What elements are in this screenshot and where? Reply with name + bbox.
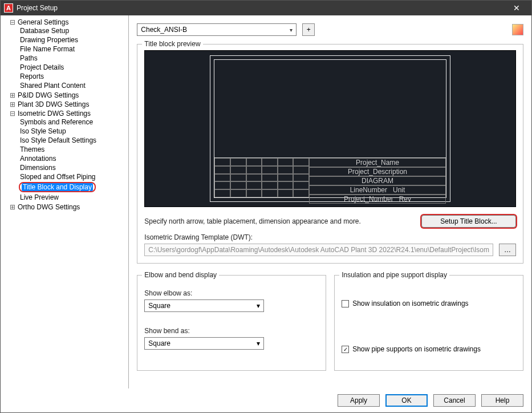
tree-themes[interactable]: Themes [19, 145, 46, 153]
tree-plant3d-settings[interactable]: Plant 3D DWG Settings [17, 100, 90, 108]
collapse-icon[interactable]: ⊟ [10, 110, 15, 118]
insulation-legend: Insulation and pipe support display [339, 271, 449, 279]
tree-pid-settings[interactable]: P&ID DWG Settings [17, 91, 80, 99]
tree-database-setup[interactable]: Database Setup [19, 27, 70, 35]
project-setup-dialog: A Project Setup ✕ ⊟General Settings Data… [0, 0, 532, 413]
tb-unit: Unit [393, 186, 405, 194]
window-title: Project Setup [17, 4, 505, 12]
setup-title-block-button[interactable]: Setup Title Block... [421, 215, 516, 228]
tree-live-preview[interactable]: Live Preview [19, 193, 60, 201]
expand-icon[interactable]: ⊞ [10, 203, 15, 211]
chevron-down-icon: ▾ [257, 339, 260, 347]
add-style-button[interactable]: + [302, 23, 315, 36]
preview-legend: Title block preview [142, 40, 202, 48]
tree-general-settings[interactable]: General Settings [17, 18, 70, 26]
show-pipe-supports-checkbox[interactable]: ✓ [342, 346, 349, 353]
tree-title-block-display[interactable]: Title Block and Display [22, 183, 93, 191]
cancel-button[interactable]: Cancel [433, 394, 476, 407]
settings-tree[interactable]: ⊟General Settings Database Setup Drawing… [1, 15, 129, 388]
collapse-icon[interactable]: ⊟ [10, 18, 15, 26]
tb-project-name: Project_Name [356, 159, 399, 167]
apply-button[interactable]: Apply [338, 394, 380, 407]
app-icon: A [4, 3, 13, 13]
show-elbow-label: Show elbow as: [144, 289, 319, 297]
close-icon[interactable]: ✕ [505, 3, 528, 13]
tree-reports[interactable]: Reports [19, 72, 45, 80]
iso-style-value: Check_ANSI-B [141, 26, 187, 34]
tree-paths[interactable]: Paths [19, 54, 39, 62]
tree-title-block-display-highlight: Title Block and Display [19, 182, 96, 192]
tree-iso-style-default[interactable]: Iso Style Default Settings [19, 136, 98, 144]
iso-style-combo[interactable]: Check_ANSI-B ▾ [137, 23, 297, 36]
show-insulation-label: Show insulation on isometric drawings [352, 299, 468, 307]
spec-text: Specify north arrow, table placement, di… [144, 217, 421, 225]
tb-diagram: DIAGRAM [362, 177, 393, 185]
title-block-preview: Project_Name Project_Description DIAGRAM… [144, 50, 516, 207]
chart-icon[interactable] [512, 24, 523, 35]
tree-shared-plant-content[interactable]: Shared Plant Content [19, 82, 87, 90]
tree-dimensions[interactable]: Dimensions [19, 164, 57, 172]
tree-iso-style-setup[interactable]: Iso Style Setup [19, 127, 67, 135]
show-bend-select[interactable]: Square▾ [144, 337, 264, 350]
elbow-legend: Elbow and bend display [142, 271, 219, 279]
tree-sloped-offset[interactable]: Sloped and Offset Piping [19, 173, 97, 181]
plus-icon: + [307, 26, 311, 34]
help-button[interactable]: Help [481, 394, 523, 407]
elbow-bend-group: Elbow and bend display Show elbow as: Sq… [137, 275, 326, 371]
show-elbow-select[interactable]: Square▾ [144, 299, 264, 312]
dwt-path-input[interactable]: C:\Users\gordogf\AppData\Roaming\Autodes… [144, 244, 493, 256]
tree-ortho-settings[interactable]: Ortho DWG Settings [17, 203, 81, 211]
insulation-support-group: Insulation and pipe support display Show… [334, 275, 523, 371]
tree-drawing-properties[interactable]: Drawing Properties [19, 36, 79, 44]
tb-project-desc: Project_Description [348, 168, 407, 176]
chevron-down-icon: ▾ [290, 27, 293, 33]
ellipsis-icon: … [504, 246, 511, 254]
ok-button[interactable]: OK [385, 394, 428, 407]
dwt-label: Isometric Drawing Template (DWT): [144, 233, 516, 241]
titlebar: A Project Setup ✕ [1, 1, 531, 15]
browse-button[interactable]: … [499, 244, 516, 256]
expand-icon[interactable]: ⊞ [10, 91, 15, 99]
tree-iso-settings[interactable]: Isometric DWG Settings [17, 110, 92, 118]
tree-symbols-reference[interactable]: Symbols and Reference [19, 118, 94, 126]
tb-project-number: Project_Number [344, 195, 393, 203]
tb-line-number: LineNumber [350, 186, 387, 194]
dialog-footer: Apply OK Cancel Help [1, 388, 531, 412]
main-panel: Check_ANSI-B ▾ + Title block preview [129, 15, 531, 388]
show-insulation-checkbox[interactable] [342, 300, 349, 307]
show-pipe-supports-label: Show pipe supports on isometric drawings [352, 345, 481, 353]
chevron-down-icon: ▾ [257, 302, 260, 310]
expand-icon[interactable]: ⊞ [10, 100, 15, 108]
title-block-preview-group: Title block preview [137, 44, 523, 264]
tree-project-details[interactable]: Project Details [19, 63, 65, 71]
show-bend-label: Show bend as: [144, 327, 319, 335]
tb-rev: Rev [399, 195, 411, 203]
tree-annotations[interactable]: Annotations [19, 155, 57, 163]
tree-file-name-format[interactable]: File Name Format [19, 45, 76, 53]
